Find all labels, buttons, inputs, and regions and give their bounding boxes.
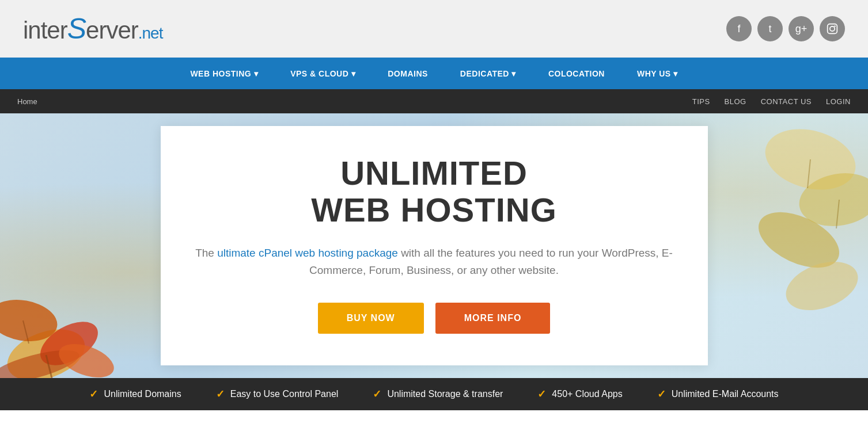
- googleplus-icon[interactable]: g+: [789, 16, 814, 41]
- secondary-navigation: Home TIPS BLOG CONTACT US LOGIN: [0, 89, 868, 113]
- features-bar: ✓ Unlimited Domains ✓ Easy to Use Contro…: [0, 378, 868, 410]
- nav-why-us[interactable]: WHY US ▾: [621, 59, 694, 89]
- site-logo[interactable]: interServer.net: [23, 12, 162, 45]
- hero-section: UNLIMITED WEB HOSTING The ultimate cPane…: [0, 113, 868, 378]
- leaf-decoration-right: [695, 113, 868, 378]
- feature-label-5: Unlimited E-Mail Accounts: [672, 389, 779, 399]
- svg-point-1: [830, 26, 835, 31]
- feature-unlimited-domains: ✓ Unlimited Domains: [89, 388, 181, 400]
- feature-cloud-apps: ✓ 450+ Cloud Apps: [537, 388, 622, 400]
- logo-erver: erver: [86, 17, 138, 44]
- logo-inter: inter: [23, 17, 67, 44]
- leaf-decoration-left: [0, 205, 161, 378]
- check-icon-5: ✓: [657, 388, 666, 400]
- check-icon-2: ✓: [216, 388, 225, 400]
- facebook-icon[interactable]: f: [726, 16, 752, 41]
- blog-link[interactable]: BLOG: [725, 97, 746, 106]
- logo-s: S: [67, 13, 86, 45]
- nav-colocation[interactable]: COLOCATION: [532, 59, 621, 89]
- instagram-icon[interactable]: [820, 16, 845, 41]
- nav-vps-cloud[interactable]: VPS & CLOUD ▾: [274, 59, 372, 89]
- hero-subtitle: The ultimate cPanel web hosting package …: [195, 245, 673, 280]
- hero-title: UNLIMITED WEB HOSTING: [195, 155, 673, 228]
- nav-web-hosting[interactable]: WEB HOSTING ▾: [174, 59, 274, 89]
- feature-unlimited-storage: ✓ Unlimited Storage & transfer: [373, 388, 503, 400]
- home-link[interactable]: Home: [17, 97, 37, 106]
- more-info-button[interactable]: MORE INFO: [435, 303, 551, 334]
- nav-domains[interactable]: DOMAINS: [372, 59, 444, 89]
- svg-point-2: [834, 25, 836, 27]
- main-navigation: WEB HOSTING ▾ VPS & CLOUD ▾ DOMAINS DEDI…: [0, 58, 868, 89]
- site-header: interServer.net f t g+: [0, 0, 868, 58]
- check-icon-1: ✓: [89, 388, 98, 400]
- check-icon-4: ✓: [537, 388, 546, 400]
- twitter-icon[interactable]: t: [757, 16, 783, 41]
- feature-label-1: Unlimited Domains: [104, 389, 181, 399]
- tips-link[interactable]: TIPS: [692, 97, 710, 106]
- feature-easy-cpanel: ✓ Easy to Use Control Panel: [216, 388, 339, 400]
- hero-buttons: BUY NOW MORE INFO: [195, 303, 673, 334]
- login-link[interactable]: LOGIN: [826, 97, 851, 106]
- feature-label-3: Unlimited Storage & transfer: [387, 389, 503, 399]
- secondary-right-links: TIPS BLOG CONTACT US LOGIN: [692, 97, 851, 106]
- svg-rect-0: [828, 24, 837, 34]
- social-icons-container: f t g+: [726, 16, 845, 41]
- contact-us-link[interactable]: CONTACT US: [761, 97, 812, 106]
- logo-dotnet: .net: [138, 24, 163, 42]
- feature-label-2: Easy to Use Control Panel: [230, 389, 339, 399]
- buy-now-button[interactable]: BUY NOW: [318, 303, 424, 334]
- hero-card: UNLIMITED WEB HOSTING The ultimate cPane…: [161, 126, 708, 365]
- nav-dedicated[interactable]: DEDICATED ▾: [444, 59, 532, 89]
- feature-unlimited-email: ✓ Unlimited E-Mail Accounts: [657, 388, 779, 400]
- cpanel-link[interactable]: ultimate cPanel web hosting package: [217, 247, 398, 259]
- feature-label-4: 450+ Cloud Apps: [552, 389, 622, 399]
- check-icon-3: ✓: [373, 388, 381, 400]
